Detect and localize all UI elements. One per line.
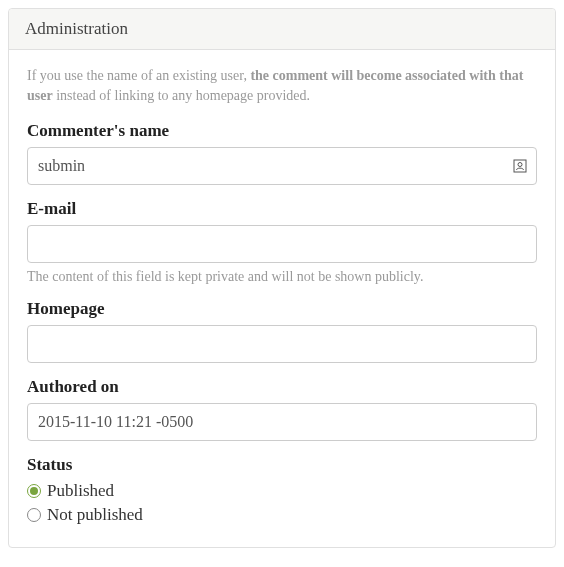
homepage-input[interactable] [27, 325, 537, 363]
radio-not-published[interactable] [27, 508, 41, 522]
field-commenter-name: Commenter's name [27, 121, 537, 185]
label-commenter-name: Commenter's name [27, 121, 537, 141]
radio-item-published[interactable]: Published [27, 481, 537, 501]
radio-item-not-published[interactable]: Not published [27, 505, 537, 525]
field-homepage: Homepage [27, 299, 537, 363]
radio-published[interactable] [27, 484, 41, 498]
commenter-name-input[interactable] [27, 147, 537, 185]
label-homepage: Homepage [27, 299, 537, 319]
hint-post: instead of linking to any homepage provi… [53, 88, 310, 103]
status-radio-group: Published Not published [27, 481, 537, 525]
email-description: The content of this field is kept privat… [27, 269, 537, 285]
input-wrap-name [27, 147, 537, 185]
hint-text: If you use the name of an existing user,… [27, 66, 537, 105]
field-email: E-mail The content of this field is kept… [27, 199, 537, 285]
authored-on-input[interactable] [27, 403, 537, 441]
field-status: Status Published Not published [27, 455, 537, 525]
radio-label-published: Published [47, 481, 114, 501]
administration-panel: Administration If you use the name of an… [8, 8, 556, 548]
panel-body: If you use the name of an existing user,… [9, 50, 555, 547]
label-status: Status [27, 455, 537, 475]
email-input[interactable] [27, 225, 537, 263]
panel-title: Administration [9, 9, 555, 50]
label-email: E-mail [27, 199, 537, 219]
field-authored-on: Authored on [27, 377, 537, 441]
radio-label-not-published: Not published [47, 505, 143, 525]
hint-pre: If you use the name of an existing user, [27, 68, 250, 83]
label-authored-on: Authored on [27, 377, 537, 397]
